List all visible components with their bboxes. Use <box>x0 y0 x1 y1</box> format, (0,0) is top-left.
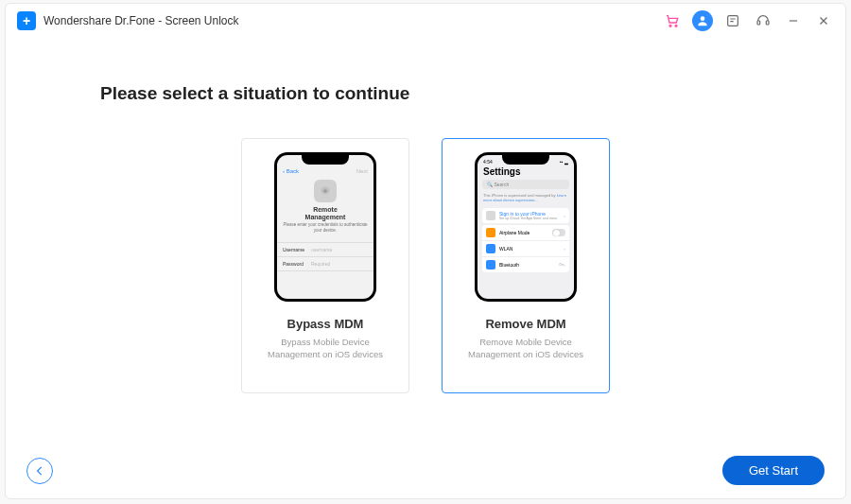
phone-back-label: ‹ Back <box>283 168 299 174</box>
wlan-icon <box>486 244 495 253</box>
get-start-button[interactable]: Get Start <box>722 456 825 485</box>
bluetooth-icon <box>486 260 495 269</box>
password-placeholder: Required <box>311 261 330 267</box>
bypass-card-desc: Bypass Mobile Device Management on iOS d… <box>252 337 399 361</box>
app-window: + Wondershare Dr.Fone - Screen Unlock Pl… <box>5 3 846 499</box>
chevron-right-icon: › <box>564 213 565 218</box>
phone-center-title: Remote Management <box>305 206 346 220</box>
app-logo-icon: + <box>17 11 36 30</box>
titlebar: + Wondershare Dr.Fone - Screen Unlock <box>6 4 845 38</box>
footer: Get Start <box>6 456 845 485</box>
phone-mockup: ‹ Back Next Remote Management Please ent… <box>274 152 376 302</box>
bluetooth-label: Bluetooth <box>499 262 559 268</box>
app-title: Wondershare Dr.Fone - Screen Unlock <box>43 14 239 27</box>
airplane-label: Airplane Mode <box>499 230 552 235</box>
back-button[interactable] <box>26 458 53 484</box>
remove-card-title: Remove MDM <box>485 317 565 331</box>
feedback-icon[interactable] <box>722 10 743 31</box>
phone-center-subtitle: Please enter your credentials to authent… <box>277 222 373 233</box>
username-label: Username <box>283 247 311 252</box>
airplane-toggle <box>552 229 565 236</box>
wlan-label: WLAN <box>499 246 564 252</box>
airplane-icon <box>486 228 495 237</box>
signin-subtitle: Set up iCloud, the App Store, and more. <box>499 217 564 220</box>
avatar-icon <box>486 211 495 220</box>
search-field: 🔍 Search <box>482 180 569 189</box>
svg-point-2 <box>701 16 705 21</box>
close-icon[interactable] <box>813 10 834 31</box>
password-label: Password <box>283 261 311 267</box>
page-heading: Please select a situation to continue <box>100 83 760 104</box>
svg-rect-3 <box>728 16 738 26</box>
svg-rect-4 <box>757 21 760 25</box>
option-cards: ‹ Back Next Remote Management Please ent… <box>91 138 760 393</box>
bypass-card-title: Bypass MDM <box>287 317 364 331</box>
remove-card-desc: Remove Mobile Device Management on iOS d… <box>452 337 599 361</box>
svg-point-0 <box>669 25 671 26</box>
remove-mdm-card[interactable]: 4:54 ▪▪ ▂ Settings 🔍 Search This iPhone … <box>442 138 610 393</box>
chevron-right-icon: › <box>564 262 565 268</box>
main-content: Please select a situation to continue ‹ … <box>6 38 845 393</box>
phone-next-label: Next <box>356 168 368 174</box>
cart-icon[interactable] <box>662 10 683 31</box>
settings-heading: Settings <box>478 165 574 180</box>
support-icon[interactable] <box>753 10 773 31</box>
bypass-mdm-card[interactable]: ‹ Back Next Remote Management Please ent… <box>241 138 409 393</box>
svg-rect-5 <box>766 21 769 25</box>
svg-point-1 <box>675 25 677 26</box>
supervision-info: This iPhone is supervised and managed by… <box>478 189 574 206</box>
gear-icon <box>314 180 337 202</box>
user-icon[interactable] <box>692 10 713 31</box>
chevron-right-icon: › <box>564 246 565 252</box>
username-placeholder: username <box>311 247 332 252</box>
minimize-icon[interactable] <box>783 10 804 31</box>
phone-mockup: 4:54 ▪▪ ▂ Settings 🔍 Search This iPhone … <box>475 152 577 302</box>
